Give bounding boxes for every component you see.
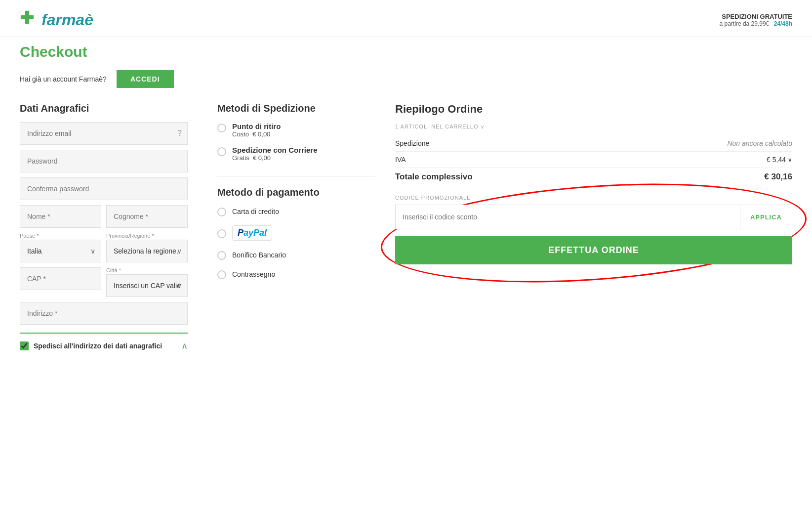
spedizione-value: Non ancora calcolato (727, 139, 792, 147)
paese-group: Paese * Italia (20, 233, 101, 262)
payment-option-carta: Carta di credito (217, 206, 375, 216)
logo-icon: ✚ (20, 9, 39, 31)
confirm-password-input[interactable] (20, 177, 188, 200)
nome-input[interactable] (20, 205, 101, 228)
citta-label: Città * (106, 267, 188, 273)
paypal-logo: PayPal (232, 225, 272, 241)
indirizzo-input[interactable] (20, 302, 188, 325)
total-label: Totale complessivo (395, 172, 473, 182)
payment-radio-paypal[interactable] (217, 229, 226, 238)
spedisci-row: Spedisci all'indirizzo dei dati anagrafi… (20, 333, 188, 351)
cap-group (20, 267, 101, 297)
shipping-option-1: Punto di ritiro Costo € 0,00 (217, 122, 375, 138)
paese-select[interactable]: Italia (20, 240, 101, 262)
shipping-radio-1[interactable] (217, 124, 226, 132)
cap-citta-row: Città * Inserisci un CAP valido (20, 267, 188, 302)
email-group: ? (20, 122, 188, 145)
divider-1 (217, 176, 375, 177)
shipping-title: SPEDIZIONI GRATUITE (722, 13, 792, 20)
summary-row-iva: IVA € 5,44 ∨ (395, 152, 792, 168)
nome-cognome-row (20, 205, 188, 233)
promo-highlight-section: CODICE PROMOZIONALE APPLICA EFFETTUA ORD… (395, 195, 792, 264)
indirizzo-group (20, 302, 188, 325)
middle-section: Metodi di Spedizione Punto di ritiro Cos… (207, 103, 395, 351)
citta-select[interactable]: Inserisci un CAP valido (106, 274, 188, 297)
accedi-button[interactable]: ACCEDI (117, 70, 174, 88)
citta-group: Città * Inserisci un CAP valido (106, 267, 188, 297)
page-title-section: Checkout (0, 37, 812, 65)
svg-text:✚: ✚ (20, 9, 34, 27)
provincia-select[interactable]: Seleziona la regione, stato (106, 240, 188, 262)
shipping-radio-2[interactable] (217, 147, 226, 156)
payment-option-contrassegno: Contrassegno (217, 269, 375, 279)
shipping-banner: SPEDIZIONI GRATUITE a partire da 29,99€ … (720, 13, 792, 27)
dati-anagrafici-section: Dati Anagrafici ? Paese * (20, 103, 207, 351)
payment-option-paypal: PayPal (217, 225, 375, 241)
spedizione-label: Spedizione (395, 139, 429, 147)
payment-option-bonifico: Bonifico Bancario (217, 250, 375, 260)
provincia-label: Provincia/Regione * (106, 233, 188, 239)
shipping-sub: a partire da 29,99€ 24/48h (720, 20, 792, 27)
confirm-password-group (20, 177, 188, 200)
shipping-option-2-name: Spedizione con Corriere (232, 146, 318, 154)
shipping-option-1-detail: Costo € 0,00 (232, 130, 281, 138)
riepilogo-title: Riepilogo Ordine (395, 103, 792, 116)
page-title: Checkout (20, 43, 792, 60)
cap-input[interactable] (20, 267, 101, 290)
password-group (20, 150, 188, 172)
spedisci-checkbox[interactable] (20, 341, 29, 350)
promo-section: CODICE PROMOZIONALE APPLICA EFFETTUA ORD… (395, 195, 792, 264)
logo: ✚ farmaè (20, 9, 93, 31)
logo-text: farmaè (41, 11, 93, 29)
cognome-input[interactable] (106, 205, 188, 228)
metodi-spedizione-section: Metodi di Spedizione Punto di ritiro Cos… (217, 103, 375, 162)
login-prompt: Hai già un account Farmaè? (20, 75, 107, 83)
iva-label: IVA (395, 156, 406, 164)
summary-row-spedizione: Spedizione Non ancora calcolato (395, 135, 792, 152)
shipping-option-2: Spedizione con Corriere Gratis € 0,00 (217, 146, 375, 162)
nome-group (20, 205, 101, 228)
paese-label: Paese * (20, 233, 101, 239)
iva-value: € 5,44 ∨ (767, 156, 792, 164)
promo-input[interactable] (396, 205, 740, 229)
payment-radio-contrassegno[interactable] (217, 270, 226, 279)
chevron-up-icon: ∧ (181, 340, 188, 351)
iva-chevron-icon: ∨ (788, 156, 792, 163)
applica-button[interactable]: APPLICA (740, 205, 792, 229)
promo-label: CODICE PROMOZIONALE (395, 195, 792, 201)
help-icon: ? (177, 129, 182, 138)
riepilogo-section: Riepilogo Ordine 1 ARTICOLI NEL CARRELLO… (395, 103, 792, 351)
provincia-group: Provincia/Regione * Seleziona la regione… (106, 233, 188, 262)
payment-bonifico-label: Bonifico Bancario (232, 251, 286, 259)
payment-contrassegno-label: Contrassegno (232, 270, 275, 278)
promo-input-row: APPLICA (395, 205, 792, 229)
payment-carta-label: Carta di credito (232, 208, 279, 215)
metodi-spedizione-title: Metodi di Spedizione (217, 103, 375, 114)
cognome-group (106, 205, 188, 228)
main-content: Dati Anagrafici ? Paese * (0, 98, 812, 366)
dati-anagrafici-title: Dati Anagrafici (20, 103, 188, 114)
paese-provincia-row: Paese * Italia Provincia/Regione * Selez… (20, 233, 188, 267)
cart-chevron-icon: ∨ (481, 124, 485, 129)
password-input[interactable] (20, 150, 188, 172)
summary-row-total: Totale complessivo € 30,16 (395, 168, 792, 186)
shipping-option-2-detail: Gratis € 0,00 (232, 154, 318, 162)
metodo-pagamento-section: Metodo di pagamento Carta di credito Pay… (217, 187, 375, 279)
order-button[interactable]: EFFETTUA ORDINE (395, 236, 792, 264)
cart-items-label: 1 ARTICOLI NEL CARRELLO ∨ (395, 124, 792, 129)
payment-radio-bonifico[interactable] (217, 251, 226, 260)
shipping-option-1-name: Punto di ritiro (232, 122, 281, 130)
login-bar: Hai già un account Farmaè? ACCEDI (0, 65, 812, 98)
total-value: € 30,16 (764, 172, 792, 182)
spedisci-label: Spedisci all'indirizzo dei dati anagrafi… (34, 342, 162, 350)
header: ✚ farmaè SPEDIZIONI GRATUITE a partire … (0, 0, 812, 37)
metodo-pagamento-title: Metodo di pagamento (217, 187, 375, 198)
payment-radio-carta[interactable] (217, 208, 226, 216)
email-input[interactable] (20, 122, 188, 145)
